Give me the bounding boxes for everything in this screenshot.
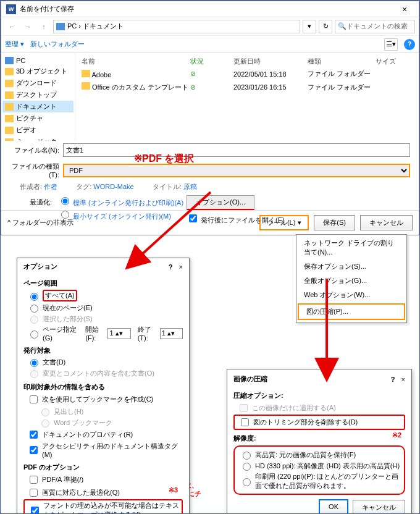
check-font-bitmap[interactable]: フォントの埋め込みが不可能な場合はテキストをビットマップに変換する(X)	[23, 499, 183, 514]
tools-button[interactable]: ツール(L) ▾	[259, 215, 309, 230]
title-link[interactable]: 原稿	[183, 183, 197, 190]
radio-print[interactable]: 印刷用 (220 ppi)(P): ほとんどのプリンターと画面で優れた品質が得ら…	[236, 471, 403, 491]
cancel-button[interactable]: キャンセル	[360, 215, 413, 230]
close-icon[interactable]: ×	[179, 263, 183, 271]
pc-icon	[56, 23, 65, 30]
check-properties[interactable]: ドキュメントのプロパティ(R)	[23, 428, 183, 441]
note-select-pdf: ※PDF を選択	[134, 153, 194, 166]
radio-changes[interactable]: 変更とコメントの内容を含む文書(O)	[23, 368, 183, 379]
menu-item[interactable]: ネットワーク ドライブの割り当て(N)...	[296, 236, 406, 259]
radio-document[interactable]: 文書(D)	[23, 356, 183, 368]
chevron-down-icon[interactable]: ▾	[303, 20, 316, 33]
check-pdfa[interactable]: PDF/A 準拠(/)	[23, 473, 183, 486]
sync-icon: ⊘	[190, 70, 233, 78]
radio-selection[interactable]: 選択した部分(S)	[23, 313, 183, 324]
back-icon[interactable]: ←	[5, 20, 19, 33]
menu-item[interactable]: 全般オプション(G)...	[296, 274, 406, 288]
path-text: PC › ドキュメント	[67, 22, 124, 31]
radio-headings[interactable]: 見出し(H)	[35, 406, 183, 417]
tools-menu: ネットワーク ドライブの割り当て(N)... 保存オプション(S)... 全般オ…	[296, 234, 407, 323]
filetype-row: ファイルの種類(T): PDF	[1, 159, 419, 181]
menu-item[interactable]: Web オプション(W)...	[296, 288, 406, 302]
save-as-dialog: W 名前を付けて保存 × ← → ↑ PC › ドキュメント ▾ ↻ 🔍 ドキュ…	[1, 1, 419, 235]
radio-standard[interactable]: 標準 (オンライン発行および印刷)(A)	[58, 195, 183, 208]
window-title: 名前を付けて保存	[20, 4, 395, 14]
titlebar: W 名前を付けて保存 ×	[1, 1, 419, 17]
save-button[interactable]: 保存(S)	[314, 215, 355, 230]
options-dialog: オプション ? × ページ範囲 すべて(A) 現在のページ(E) 選択した部分(…	[17, 258, 190, 514]
organize-menu[interactable]: 整理 ▾	[5, 40, 24, 49]
check-a11y[interactable]: アクセシビリティ用のドキュメント構造タグ(M)	[23, 441, 183, 459]
radio-pages[interactable]: ページ指定(G) 開始(F): 1 ▴▾ 終了(T): 1 ▴▾	[23, 324, 183, 342]
refresh-icon[interactable]: ↻	[319, 20, 332, 33]
new-folder-button[interactable]: 新しいフォルダー	[30, 40, 85, 49]
list-item[interactable]: Office のカスタム テンプレート ⊘ 2023/01/26 16:15 フ…	[75, 80, 419, 94]
compress-dialog: 画像の圧縮 ? × 圧縮オプション: この画像だけに適用する(A) 図のトリミン…	[227, 369, 412, 514]
menu-item-compress[interactable]: 図の圧縮(P)...	[298, 303, 405, 320]
metadata-row: 作成者: 作者 タグ: WORD-Make タイトル: 原稿	[1, 181, 419, 193]
toolbar: 整理 ▾ 新しいフォルダー ☰▾ ?	[1, 36, 419, 53]
tree-item-selected: ドキュメント	[2, 101, 74, 112]
tree-item: ピクチャ	[2, 112, 74, 124]
folder-tree[interactable]: PC 3D オブジェクト ダウンロード デスクトップ ドキュメント ピクチャ ビ…	[1, 53, 75, 141]
author-link[interactable]: 作者	[44, 183, 57, 190]
bottom-bar: ^ フォルダーの非表示 ツール(L) ▾ 保存(S) キャンセル	[1, 210, 419, 235]
search-input[interactable]: 🔍 ドキュメントの検索	[335, 20, 415, 33]
close-icon[interactable]: ×	[395, 4, 414, 14]
explorer: PC 3D オブジェクト ダウンロード デスクトップ ドキュメント ピクチャ ビ…	[1, 53, 419, 141]
nav-row: ← → ↑ PC › ドキュメント ▾ ↻ 🔍 ドキュメントの検索	[1, 17, 419, 36]
check-bookmark[interactable]: 次を使用してブックマークを作成(C)	[23, 393, 183, 406]
options-button[interactable]: オプション(O)...	[187, 195, 254, 210]
sync-icon: ⊘	[190, 83, 233, 91]
list-item[interactable]: Adobe ⊘ 2022/05/01 15:18 ファイル フォルダー	[75, 67, 419, 80]
list-header[interactable]: 名前 状況 更新日時 種類 サイズ	[75, 56, 419, 67]
filetype-select[interactable]: PDF	[63, 164, 410, 177]
tree-item: ミュージック	[2, 136, 74, 141]
path-bar[interactable]: PC › ドキュメント	[53, 20, 300, 33]
tree-item: ビデオ	[2, 124, 74, 136]
cancel-button[interactable]: キャンセル	[353, 500, 405, 514]
tree-item: ダウンロード	[2, 77, 74, 89]
hide-folders[interactable]: ^ フォルダーの非表示	[7, 218, 254, 227]
tag-link[interactable]: WORD-Make	[93, 183, 133, 190]
help-icon[interactable]: ?	[169, 263, 173, 271]
up-icon[interactable]: ↑	[37, 20, 51, 33]
view-icon[interactable]: ☰▾	[384, 38, 398, 51]
radio-hq[interactable]: 高品質: 元の画像の品質を保持(F)	[236, 449, 403, 460]
filename-input[interactable]	[63, 143, 410, 157]
file-list[interactable]: 名前 状況 更新日時 種類 サイズ Adobe ⊘ 2022/05/01 15:…	[75, 53, 419, 141]
close-icon[interactable]: ×	[401, 376, 405, 383]
forward-icon[interactable]: →	[21, 20, 35, 33]
tree-pc: PC	[2, 56, 74, 65]
check-crop[interactable]: 図のトリミング部分を削除する(D)	[233, 415, 405, 430]
help-icon[interactable]: ?	[404, 39, 415, 50]
tree-item: デスクトップ	[2, 89, 74, 101]
radio-word-bm[interactable]: Word ブックマーク	[35, 417, 183, 428]
ok-button[interactable]: OK	[319, 500, 348, 514]
radio-hd[interactable]: HD (330 ppi): 高解像度 (HD) 表示用の高品質(H)	[236, 460, 403, 471]
radio-current[interactable]: 現在のページ(E)	[23, 302, 183, 313]
radio-all[interactable]: すべて(A)	[23, 289, 183, 302]
help-icon[interactable]: ?	[391, 376, 395, 383]
filename-row: ファイル名(N):	[1, 141, 419, 159]
check-apply-only[interactable]: この画像だけに適用する(A)	[233, 402, 405, 415]
check-imgopt[interactable]: 画質に対応した最適化(Q)	[23, 486, 183, 499]
tree-item: 3D オブジェクト	[2, 65, 74, 77]
menu-item[interactable]: 保存オプション(S)...	[296, 259, 406, 274]
word-icon: W	[6, 4, 16, 14]
